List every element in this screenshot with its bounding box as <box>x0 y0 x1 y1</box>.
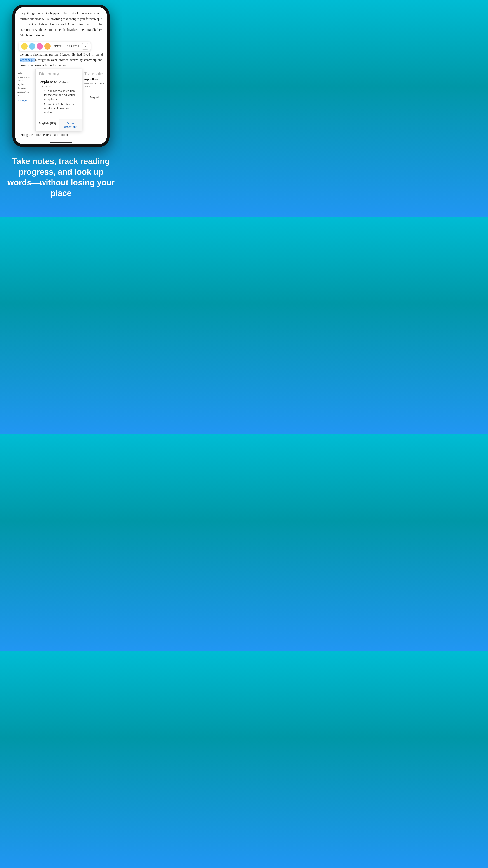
translate-word: orphelinat <box>82 78 107 81</box>
dict-word: orphanage <box>40 80 57 84</box>
dict-def-2: 2. <archaic> the state or condition of b… <box>44 102 77 114</box>
dictionary-body: orphanage /'ôrfenij/ I. noun 1. a reside… <box>37 78 80 117</box>
note-button[interactable]: NOTE <box>52 44 64 49</box>
chevron-icon: › <box>85 44 86 49</box>
phone-outer: nary things began to happen. The first o… <box>12 4 109 147</box>
dict-def-1: 1. a residential institution for the car… <box>44 89 77 101</box>
left-panel: entialtion or groupcare ofho, fort be ca… <box>15 69 35 131</box>
left-panel-text: entialtion or groupcare ofho, fort be ca… <box>17 71 33 97</box>
dict-pos: I. noun <box>42 85 77 88</box>
panels-row: entialtion or groupcare ofho, fort be ca… <box>15 69 107 131</box>
tagline-text: Take notes, track reading progress, and … <box>7 156 115 198</box>
phone-frame: nary things began to happen. The first o… <box>12 0 109 147</box>
highlight-toolbar: NOTE SEARCH › <box>19 41 91 51</box>
dictionary-panel: Dictionary orphanage /'ôrfenij/ I. noun … <box>35 69 82 131</box>
go-to-dictionary-button[interactable]: Go to dictionary <box>59 119 82 131</box>
wikipedia-link[interactable]: to Wikipedia <box>17 99 33 102</box>
translate-header: Translate <box>82 69 107 78</box>
book-text-top: nary things began to happen. The first o… <box>15 7 107 40</box>
color-blue[interactable] <box>29 43 35 50</box>
dictionary-footer: English (US) Go to dictionary <box>36 119 82 131</box>
text-before-highlight: the most fascinating person I knew. He h… <box>20 53 101 56</box>
english-us-button[interactable]: English (US) <box>36 119 59 131</box>
color-pink[interactable] <box>37 43 43 50</box>
cursor-left-icon <box>101 53 103 57</box>
home-indicator <box>50 142 72 143</box>
color-orange[interactable] <box>44 43 51 50</box>
cursor-right-icon <box>35 58 37 62</box>
color-yellow[interactable] <box>21 43 28 50</box>
book-text-bottom: telling them like secrets that could be <box>15 131 107 140</box>
dict-phonetic: /'ôrfenij/ <box>59 81 69 84</box>
tagline-section: Take notes, track reading progress, and … <box>0 147 122 210</box>
more-options-button[interactable]: › <box>82 43 88 50</box>
dictionary-header: Dictionary <box>36 69 82 78</box>
book-text-mid: the most fascinating person I knew. He h… <box>15 52 107 69</box>
highlighted-word: orphanage, <box>20 58 35 62</box>
search-button[interactable]: SEARCH <box>65 44 80 49</box>
translate-text: Translations... more, visit w... <box>82 81 107 89</box>
translate-footer-button[interactable]: English <box>82 94 107 101</box>
phone-screen: nary things began to happen. The first o… <box>15 7 107 145</box>
nav-indicator <box>15 140 107 145</box>
right-panel: Translate orphelinat Translations... mor… <box>82 69 107 131</box>
